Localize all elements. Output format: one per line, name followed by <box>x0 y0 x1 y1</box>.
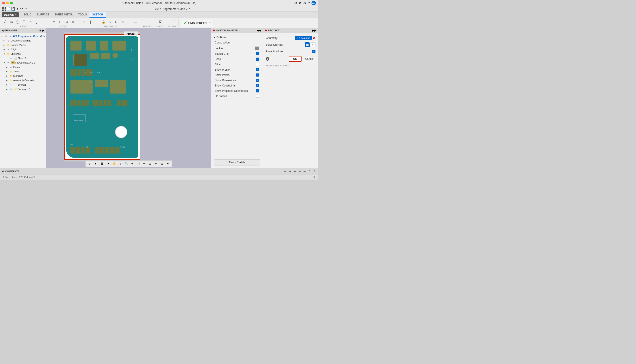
geometry-clear-button[interactable]: ✕ <box>313 36 315 40</box>
grid-snap-button[interactable]: ⊞ <box>147 161 153 166</box>
comments-last-button[interactable]: ⏭ <box>303 170 307 174</box>
projection-link-checkbox[interactable] <box>312 50 315 53</box>
break-tool-button[interactable]: ⊘ <box>64 19 70 25</box>
tangent-constraint-button[interactable]: ✕ <box>119 19 126 25</box>
zoom-tool-button[interactable]: 🔍 <box>123 161 129 166</box>
help-icon[interactable]: ? <box>308 1 310 5</box>
horizontal-constraint-button[interactable]: ⊣ <box>126 19 132 25</box>
arc-tool-button[interactable]: ⌒ <box>21 19 27 25</box>
select-tool-button[interactable]: ⬚ ↖ <box>169 19 175 25</box>
tree-item-origin[interactable]: ▶ ⊕ Origin <box>0 47 46 52</box>
add-tab-icon[interactable]: ⊕ <box>294 1 297 5</box>
filter-face-button[interactable]: ⬜ <box>305 42 310 47</box>
tree-item-sketch2[interactable]: ▶ 👁 ⬜ Sketch2 <box>0 56 46 60</box>
canvas-tool-2[interactable]: ▼ <box>93 161 98 166</box>
filter-edge-button[interactable]: ⬚ <box>311 42 315 47</box>
tab-solid[interactable]: SOLID <box>21 12 34 18</box>
comments-settings-icon[interactable]: ⚙ <box>312 170 316 174</box>
viewport-area[interactable]: R4 R3 C1 D2 D4 R1R2 R0 P5 U5:10 <box>64 32 140 162</box>
tree-item-joints[interactable]: ▶ 📁 Joints <box>0 69 46 74</box>
display-settings-arrow[interactable]: ▼ <box>165 161 170 166</box>
tab-sketch[interactable]: SKETCH <box>89 12 106 18</box>
undo-arrow[interactable]: ▼ <box>20 8 22 10</box>
tree-item-packages1[interactable]: ▶ 👁 📁 Packages:1 <box>0 87 46 91</box>
canvas-tool-3[interactable]: ☰ <box>100 161 105 166</box>
grid-snap-arrow[interactable]: ▼ <box>153 161 159 166</box>
palette-collapse-button[interactable]: ◀◀ <box>257 29 261 32</box>
project-cancel-button[interactable]: Cancel <box>303 56 315 62</box>
show-profile-checkbox[interactable] <box>256 68 259 71</box>
minimize-window-button[interactable] <box>6 2 9 4</box>
root-gear-icon[interactable]: ⚙ <box>43 35 45 38</box>
slice-checkbox[interactable] <box>256 63 259 66</box>
comments-first-button[interactable]: ⏮ <box>283 170 287 174</box>
pivot-tool-button[interactable]: ⊹ <box>87 161 92 166</box>
zoom-fit-button[interactable]: ⌕ <box>118 161 123 166</box>
show-projected-checkbox[interactable] <box>256 89 259 92</box>
insert-image-button[interactable]: 🖼 <box>157 19 163 25</box>
comments-play-button[interactable]: ▶ <box>293 170 297 174</box>
coincident-constraint-button[interactable]: = <box>81 19 87 25</box>
look-at-icon[interactable] <box>255 46 259 50</box>
3d-sketch-checkbox[interactable] <box>256 95 259 98</box>
offset-tool-button[interactable]: ⊂ <box>70 19 76 25</box>
trim-tool-button[interactable]: ✂ <box>51 19 57 25</box>
maximize-window-button[interactable] <box>10 2 13 4</box>
settings-icon[interactable]: ⚙ <box>303 1 306 5</box>
more-constraints-button[interactable]: … <box>132 19 138 25</box>
design-dropdown-button[interactable]: DESIGN ▼ <box>2 12 19 17</box>
comments-prev-button[interactable]: ◀ <box>288 170 292 174</box>
view-cube-button[interactable]: ⬜ <box>135 161 141 166</box>
extend-tool-button[interactable]: ⊏ <box>57 19 64 25</box>
snap-checkbox[interactable] <box>256 58 259 61</box>
show-constraints-checkbox[interactable] <box>256 84 259 87</box>
concentric-constraint-button[interactable]: ⊙ <box>113 19 119 25</box>
canvas-area[interactable]: R4 R3 C1 D2 D4 R1R2 R0 P5 U5:10 FRONT ⊹ … <box>46 28 211 168</box>
project-info-button[interactable]: ℹ <box>266 57 269 61</box>
display-settings-button[interactable]: ⊟ <box>159 161 165 166</box>
tree-item-root[interactable]: ▼ ⊞ ● AVR Programmer Case v1 ⚙ <box>0 34 46 38</box>
project-panel-expand[interactable]: ▶▶ <box>312 29 316 32</box>
tree-item-doc-settings[interactable]: ▶ ⚙ Document Settings <box>0 38 46 43</box>
fillet-tool-button[interactable]: ⌞ <box>40 19 46 25</box>
settings-cog-icon[interactable]: ⚙ <box>313 176 315 178</box>
parallel-constraint-button[interactable]: ∥ <box>88 19 94 25</box>
tree-item-faboptimus[interactable]: ▼ 👁 ⚙ FabOptimus2 v1:1 <box>0 60 46 65</box>
rectangle-tool-button[interactable]: ▭ <box>8 19 14 25</box>
comments-collapse-button[interactable]: ◀ <box>2 170 4 172</box>
measure-tool-button[interactable]: ↔ <box>144 19 151 25</box>
browser-collapse-button[interactable]: ◀ <box>2 29 4 32</box>
hand-tool-button[interactable]: ✋ <box>112 161 117 166</box>
sketch-grid-checkbox[interactable] <box>256 52 259 55</box>
tree-item-named-views[interactable]: ▶ 📁 Named Views <box>0 43 46 47</box>
polygon-tool-button[interactable]: △ <box>27 19 34 25</box>
comments-timeline-icon[interactable]: ⏱ <box>308 170 311 174</box>
tree-item-assembly[interactable]: ▶ 📁 Assembly Contexts <box>0 78 46 82</box>
grid-menu-icon[interactable] <box>2 7 6 11</box>
save-icon[interactable]: 💾 <box>11 7 15 10</box>
refresh-icon[interactable]: ↺ <box>299 1 302 5</box>
project-ok-button[interactable]: OK <box>289 56 302 62</box>
user-avatar[interactable]: AE <box>311 1 316 5</box>
canvas-tool-4[interactable]: ▼ <box>106 161 111 166</box>
file-icon[interactable]: 📄 <box>7 7 10 10</box>
show-points-checkbox[interactable] <box>256 74 259 76</box>
circle-tool-button[interactable]: ◯ <box>15 19 21 25</box>
show-dimensions-checkbox[interactable] <box>256 79 259 82</box>
tree-item-origin2[interactable]: ▶ ⊕ Origin <box>0 65 46 69</box>
browser-expand-icon[interactable]: ▶ <box>42 29 44 32</box>
options-section-header[interactable]: ▼ Options <box>213 35 261 40</box>
tab-tools[interactable]: TOOLS <box>75 12 89 18</box>
close-window-button[interactable] <box>2 2 5 4</box>
zoom-arrow[interactable]: ▼ <box>129 161 135 166</box>
browser-filter-icon[interactable]: ⊞ <box>39 29 42 32</box>
comments-next-button[interactable]: ▶ <box>298 170 302 174</box>
redo-button[interactable]: ↪ <box>22 7 25 10</box>
tab-surface[interactable]: SURFACE <box>34 12 52 18</box>
view-toggle-button[interactable]: ▼ <box>141 161 147 166</box>
tab-sheet-metal[interactable]: SHEET METAL <box>52 12 75 18</box>
finish-sketch-palette-button[interactable]: Finish Sketch <box>214 159 260 166</box>
midpoint-constraint-button[interactable]: △ <box>107 19 113 25</box>
undo-button[interactable]: ↩ <box>17 7 20 10</box>
tree-item-board1[interactable]: ▶ 👁 --- Board:1 <box>0 82 46 87</box>
